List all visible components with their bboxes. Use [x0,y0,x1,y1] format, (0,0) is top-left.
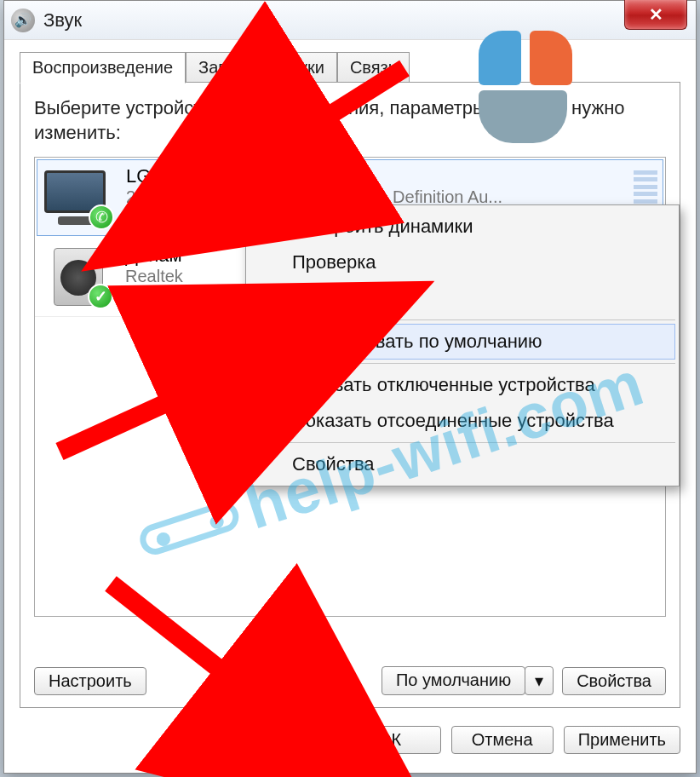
apply-button[interactable]: Применить [564,726,680,754]
titlebar: 🔊 Звук ✕ [4,1,696,40]
cm-show-disabled[interactable]: ✓ Показать отключенные устройства [248,367,677,403]
cm-properties[interactable]: Свойства [248,446,677,482]
status-phone-icon [89,204,114,230]
cancel-button[interactable]: Отмена [451,726,554,754]
chevron-down-icon: ▾ [535,671,543,691]
sound-icon: 🔊 [11,9,35,32]
cm-label: Показать отключенные устройства [292,374,595,395]
cm-set-default[interactable]: Использовать по умолчанию [250,324,675,360]
tv-icon [43,165,114,230]
properties-button[interactable]: Свойства [562,667,666,695]
dialog-button-row: ОК Отмена Применить [339,726,680,754]
close-button[interactable]: ✕ [624,0,687,30]
cm-configure-speakers[interactable]: Настроить динамики [248,209,677,245]
cm-disable[interactable]: Отключить [248,280,677,316]
tab-communications[interactable]: Связь [337,52,410,83]
panel-button-row: Настроить По умолчанию ▾ Свойства [34,666,666,695]
device-name: LG TV [126,165,657,187]
device-context-menu: Настроить динамики Проверка Отключить Ис… [245,204,680,486]
cm-separator [282,442,675,443]
tab-recording[interactable]: Запись [186,52,267,83]
status-default-icon [88,284,113,309]
tab-sounds[interactable]: Звуки [267,52,337,83]
checkmark-icon: ✓ [256,374,278,396]
set-default-split-button[interactable]: По умолчанию ▾ [382,666,554,695]
mouse-logo-icon [479,31,572,141]
window-title: Звук [43,9,82,32]
speaker-icon [42,245,113,309]
set-default-dropdown[interactable]: ▾ [525,666,554,695]
cm-label: Показать отсоединенные устройства [292,410,614,431]
configure-button[interactable]: Настроить [34,667,146,695]
cm-test[interactable]: Проверка [248,245,677,280]
cm-separator [282,319,675,320]
tab-playback[interactable]: Воспроизведение [20,52,186,83]
cm-show-disconnected[interactable]: ✓ Показать отсоединенные устройства [248,403,677,439]
checkmark-icon: ✓ [256,410,278,432]
tab-strip: Воспроизведение Запись Звуки Связь [20,45,680,83]
ok-button[interactable]: ОК [339,726,441,754]
cm-separator [282,363,675,364]
set-default-button[interactable]: По умолчанию [382,666,525,695]
